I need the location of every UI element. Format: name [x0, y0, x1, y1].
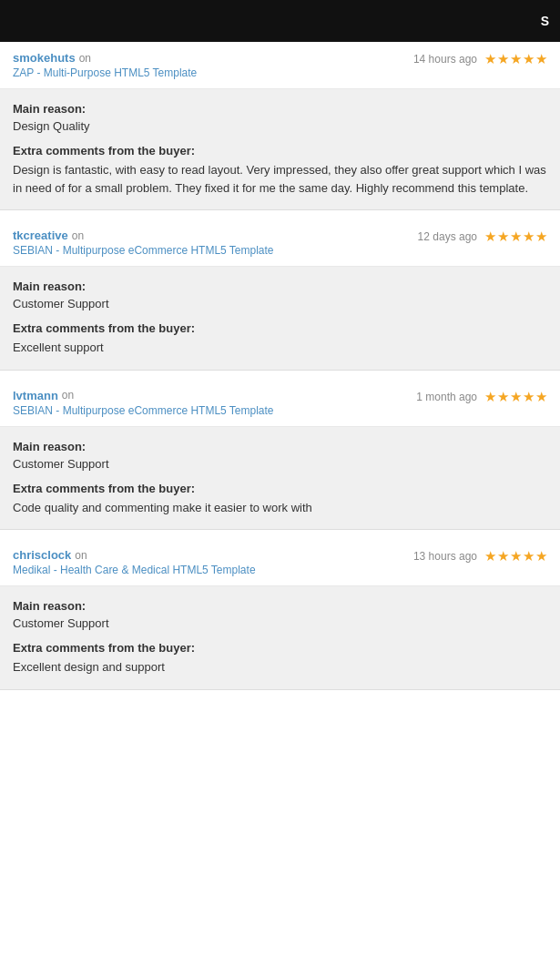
- reviewer-username[interactable]: chrisclock: [13, 548, 71, 562]
- star-icon: ★: [510, 389, 522, 405]
- main-reason-value: Customer Support: [13, 297, 547, 310]
- star-icon: ★: [510, 229, 522, 245]
- main-reason-label: Main reason:: [13, 599, 547, 613]
- extra-comments-value: Design is fantastic, with easy to read l…: [13, 161, 547, 197]
- review-spacer: [0, 371, 560, 380]
- reviews-list: smokehuts on ZAP - Multi-Purpose HTML5 T…: [0, 42, 560, 690]
- review-block: smokehuts on ZAP - Multi-Purpose HTML5 T…: [0, 42, 560, 210]
- star-icon: ★: [523, 548, 535, 564]
- star-icon: ★: [484, 229, 496, 245]
- review-header-left: smokehuts on ZAP - Multi-Purpose HTML5 T…: [13, 51, 197, 79]
- review-body: Main reason: Customer Support Extra comm…: [0, 427, 560, 530]
- extra-comments-value: Code quality and commenting make it easi…: [13, 499, 547, 517]
- extra-comments-label: Extra comments from the buyer:: [13, 482, 547, 495]
- review-header-left: tkcreative on SEBIAN - Multipurpose eCom…: [13, 229, 274, 257]
- main-reason-label: Main reason:: [13, 102, 547, 116]
- header-bar: S: [0, 0, 560, 42]
- review-header: chrisclock on Medikal - Health Care & Me…: [0, 539, 560, 586]
- star-icon: ★: [497, 51, 509, 67]
- review-header-left: chrisclock on Medikal - Health Care & Me…: [13, 548, 256, 576]
- review-spacer: [0, 530, 560, 539]
- review-header-top: tkcreative on: [13, 229, 274, 242]
- star-icon: ★: [535, 548, 547, 564]
- main-reason-label: Main reason:: [13, 440, 547, 453]
- review-header-top: smokehuts on: [13, 51, 197, 65]
- star-rating: ★★★★★: [484, 51, 547, 67]
- review-header-right: 12 days ago ★★★★★: [418, 229, 547, 245]
- extra-comments-label: Extra comments from the buyer:: [13, 321, 547, 335]
- star-icon: ★: [523, 51, 535, 67]
- time-ago: 12 days ago: [418, 230, 477, 243]
- star-rating: ★★★★★: [484, 389, 547, 405]
- star-icon: ★: [535, 229, 547, 245]
- reviewer-username[interactable]: lvtmann: [13, 389, 58, 402]
- star-icon: ★: [484, 389, 496, 405]
- review-block: tkcreative on SEBIAN - Multipurpose eCom…: [0, 219, 560, 371]
- extra-comments-value: Excellent design and support: [13, 658, 547, 676]
- review-block: lvtmann on SEBIAN - Multipurpose eCommer…: [0, 380, 560, 531]
- review-header-right: 14 hours ago ★★★★★: [413, 51, 547, 67]
- star-icon: ★: [535, 51, 547, 67]
- extra-comments-label: Extra comments from the buyer:: [13, 641, 547, 655]
- product-link[interactable]: Medikal - Health Care & Medical HTML5 Te…: [13, 564, 256, 576]
- star-icon: ★: [497, 548, 509, 564]
- on-text: on: [79, 52, 91, 65]
- time-ago: 1 month ago: [416, 391, 477, 403]
- extra-comments-value: Excellent support: [13, 339, 547, 357]
- on-text: on: [62, 389, 74, 402]
- star-icon: ★: [523, 229, 535, 245]
- review-body: Main reason: Design Quality Extra commen…: [0, 89, 560, 209]
- on-text: on: [75, 549, 87, 562]
- review-body: Main reason: Customer Support Extra comm…: [0, 586, 560, 689]
- star-icon: ★: [510, 548, 522, 564]
- review-header: lvtmann on SEBIAN - Multipurpose eCommer…: [0, 380, 560, 427]
- review-spacer: [0, 210, 560, 219]
- header-text: S: [541, 14, 549, 28]
- star-icon: ★: [535, 389, 547, 405]
- main-reason-value: Design Quality: [13, 119, 547, 133]
- star-icon: ★: [497, 229, 509, 245]
- review-block: chrisclock on Medikal - Health Care & Me…: [0, 539, 560, 690]
- reviewer-username[interactable]: tkcreative: [13, 229, 68, 242]
- star-rating: ★★★★★: [484, 229, 547, 245]
- review-header-top: chrisclock on: [13, 548, 256, 562]
- main-reason-label: Main reason:: [13, 280, 547, 293]
- star-rating: ★★★★★: [484, 548, 547, 564]
- reviewer-username[interactable]: smokehuts: [13, 51, 76, 65]
- review-header: smokehuts on ZAP - Multi-Purpose HTML5 T…: [0, 42, 560, 89]
- main-reason-value: Customer Support: [13, 457, 547, 471]
- on-text: on: [72, 229, 84, 242]
- time-ago: 14 hours ago: [413, 53, 477, 66]
- review-header-left: lvtmann on SEBIAN - Multipurpose eCommer…: [13, 389, 274, 417]
- star-icon: ★: [497, 389, 509, 405]
- review-header-right: 1 month ago ★★★★★: [416, 389, 547, 405]
- star-icon: ★: [510, 51, 522, 67]
- product-link[interactable]: SEBIAN - Multipurpose eCommerce HTML5 Te…: [13, 244, 274, 257]
- star-icon: ★: [484, 548, 496, 564]
- main-reason-value: Customer Support: [13, 616, 547, 630]
- review-header-right: 13 hours ago ★★★★★: [413, 548, 547, 564]
- review-header-top: lvtmann on: [13, 389, 274, 402]
- extra-comments-label: Extra comments from the buyer:: [13, 144, 547, 158]
- product-link[interactable]: SEBIAN - Multipurpose eCommerce HTML5 Te…: [13, 404, 274, 417]
- product-link[interactable]: ZAP - Multi-Purpose HTML5 Template: [13, 66, 197, 79]
- time-ago: 13 hours ago: [413, 550, 477, 563]
- review-body: Main reason: Customer Support Extra comm…: [0, 267, 560, 370]
- review-header: tkcreative on SEBIAN - Multipurpose eCom…: [0, 219, 560, 267]
- star-icon: ★: [523, 389, 535, 405]
- star-icon: ★: [484, 51, 496, 67]
